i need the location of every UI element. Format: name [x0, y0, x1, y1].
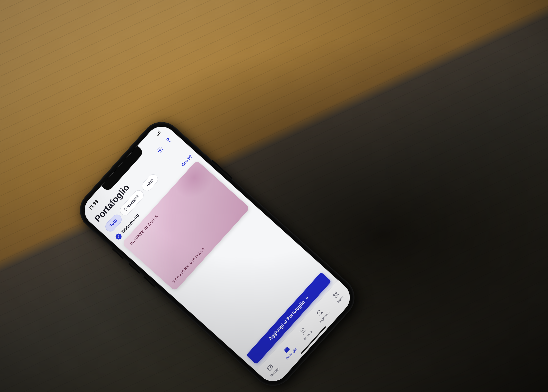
plus-icon: +	[303, 295, 310, 301]
gear-icon	[155, 145, 165, 155]
verified-badge-icon	[115, 232, 123, 241]
svg-point-5	[333, 294, 335, 296]
settings-button[interactable]	[155, 144, 166, 155]
svg-rect-7	[335, 295, 337, 298]
svg-rect-6	[335, 292, 337, 294]
svg-rect-3	[302, 330, 305, 333]
svg-point-1	[170, 141, 170, 142]
card-version-label: VERSIONE DIGITALE	[172, 206, 242, 284]
svg-point-0	[159, 148, 161, 151]
help-button[interactable]	[163, 135, 174, 146]
svg-text:€: €	[318, 312, 321, 314]
signal-icon	[156, 130, 161, 136]
question-icon	[164, 135, 174, 145]
